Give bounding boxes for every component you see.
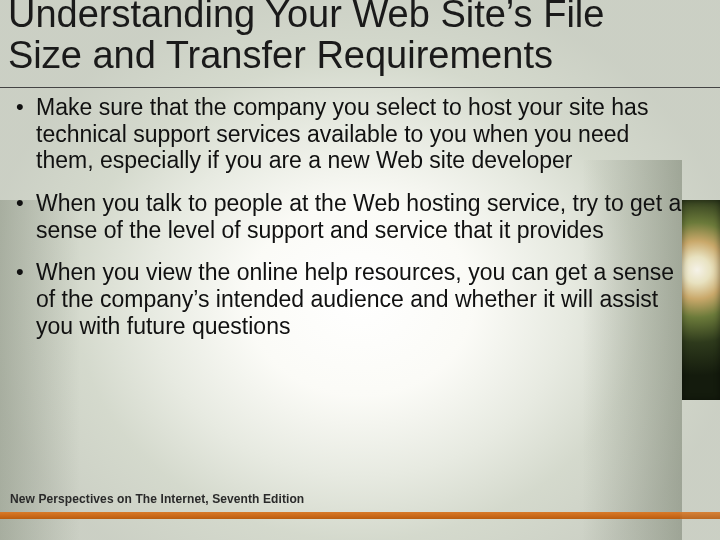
title-underline — [0, 87, 720, 88]
bullet-list: Make sure that the company you select to… — [12, 94, 692, 355]
footer-accent-bar — [0, 512, 680, 519]
decorative-pattern-strip — [682, 200, 720, 400]
list-item: Make sure that the company you select to… — [12, 94, 692, 174]
slide: Understanding Your Web Site’s File Size … — [0, 0, 720, 540]
list-item: When you talk to people at the Web hosti… — [12, 190, 692, 243]
footer-text: New Perspectives on The Internet, Sevent… — [10, 492, 304, 506]
slide-title: Understanding Your Web Site’s File Size … — [8, 0, 668, 76]
list-item: When you view the online help resources,… — [12, 259, 692, 339]
